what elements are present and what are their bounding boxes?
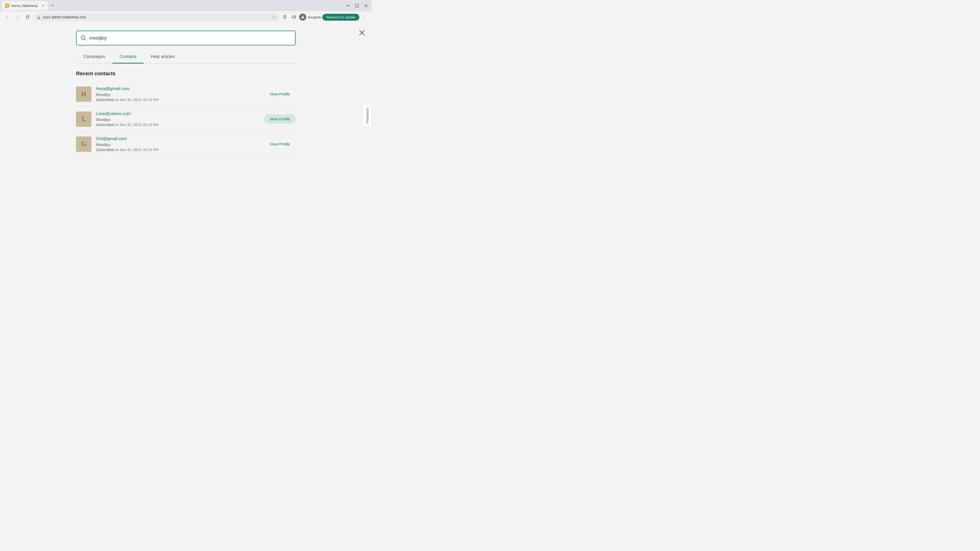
incognito-profile[interactable]: Incognito xyxy=(299,14,321,21)
browser-toolbar: 🔒 us21.admin.mailchimp.com ☆ Incognito R… xyxy=(0,11,372,23)
page-content: Campaigns Contacts Help articles Recent … xyxy=(0,23,372,208)
contact-email-girl[interactable]: Girl@gmail.com xyxy=(96,136,259,141)
contact-org-love: Moodjoy xyxy=(96,118,259,122)
contact-email-love[interactable]: Love@yahoo.com xyxy=(96,111,259,116)
window-controls xyxy=(344,2,369,9)
svg-rect-3 xyxy=(355,4,358,7)
results-area: Recent contacts H heya@gmail.com Moodjoy… xyxy=(71,64,301,157)
contact-sub-heya: Subscribed on Nov 30, 2023, 02:29 PM xyxy=(96,98,259,102)
contact-avatar-girl: G xyxy=(76,137,91,152)
ssl-lock-icon: 🔒 xyxy=(37,15,41,19)
contact-info-girl: Girl@gmail.com Moodjoy Subscribed on Nov… xyxy=(96,136,259,152)
browser-tab-active[interactable]: M Home | Mailchimp ✕ xyxy=(2,1,48,10)
svg-text:M: M xyxy=(6,4,8,7)
tab-campaigns[interactable]: Campaigns xyxy=(76,51,112,64)
close-search-button[interactable] xyxy=(357,28,366,37)
contact-avatar-heya: H xyxy=(76,86,91,102)
contact-info-heya: heya@gmail.com Moodjoy Subscribed on Nov… xyxy=(96,86,259,102)
browser-chrome: M Home | Mailchimp ✕ + xyxy=(0,0,372,23)
reload-button[interactable] xyxy=(24,13,32,21)
contact-sub-love: Subscribed on Nov 30, 2023, 02:29 PM xyxy=(96,123,259,127)
contact-card-girl: G Girl@gmail.com Moodjoy Subscribed on N… xyxy=(76,132,296,157)
url-display: us21.admin.mailchimp.com xyxy=(43,15,270,19)
address-bar[interactable]: 🔒 us21.admin.mailchimp.com ☆ xyxy=(34,13,279,21)
results-section-title: Recent contacts xyxy=(76,71,296,76)
forward-button[interactable] xyxy=(13,13,21,21)
toolbar-icons: Incognito Relaunch to update ⋮ xyxy=(281,13,369,21)
search-tabs: Campaigns Contacts Help articles xyxy=(76,51,296,64)
feedback-tab-container: Feedback xyxy=(363,105,372,126)
chrome-menu-button[interactable]: ⋮ xyxy=(360,13,369,21)
bookmark-icon[interactable]: ☆ xyxy=(272,15,275,19)
search-input[interactable] xyxy=(89,35,291,41)
contact-card-love: L Love@yahoo.com Moodjoy Subscribed on N… xyxy=(76,106,296,132)
search-box xyxy=(76,30,296,45)
feedback-tab[interactable]: Feedback xyxy=(363,105,372,126)
svg-rect-2 xyxy=(346,5,349,6)
extensions-icon[interactable] xyxy=(290,13,298,21)
view-profile-button-love[interactable]: View Profile xyxy=(264,114,296,124)
contact-email-heya[interactable]: heya@gmail.com xyxy=(96,86,259,91)
close-window-button[interactable] xyxy=(363,2,369,9)
browser-title-bar: M Home | Mailchimp ✕ + xyxy=(0,0,372,11)
view-profile-button-girl[interactable]: View Profile xyxy=(264,139,296,149)
view-profile-button-heya[interactable]: View Profile xyxy=(264,89,296,99)
tab-help-articles[interactable]: Help articles xyxy=(144,51,182,64)
contact-org-heya: Moodjoy xyxy=(96,92,259,97)
incognito-label: Incognito xyxy=(308,15,321,19)
tabs-container: Campaigns Contacts Help articles xyxy=(71,45,301,64)
incognito-avatar xyxy=(299,14,306,21)
search-container xyxy=(71,23,301,45)
contact-sub-girl: Subscribed on Nov 30, 2023, 02:29 PM xyxy=(96,148,259,152)
minimize-button[interactable] xyxy=(344,2,351,9)
tab-close-btn[interactable]: ✕ xyxy=(41,3,45,8)
new-tab-button[interactable]: + xyxy=(49,2,56,9)
search-icon xyxy=(81,35,86,41)
tab-title: Home | Mailchimp xyxy=(11,4,39,8)
back-button[interactable] xyxy=(3,13,11,21)
contact-org-girl: Moodjoy xyxy=(96,142,259,147)
contact-avatar-love: L xyxy=(76,111,91,127)
tab-search-icon[interactable] xyxy=(281,13,289,21)
svg-line-12 xyxy=(84,39,86,40)
restore-button[interactable] xyxy=(353,2,360,9)
contact-card-heya: H heya@gmail.com Moodjoy Subscribed on N… xyxy=(76,82,296,106)
tab-contacts[interactable]: Contacts xyxy=(112,51,144,64)
tab-favicon: M xyxy=(5,3,9,8)
contact-info-love: Love@yahoo.com Moodjoy Subscribed on Nov… xyxy=(96,111,259,127)
relaunch-button[interactable]: Relaunch to update xyxy=(322,14,360,21)
